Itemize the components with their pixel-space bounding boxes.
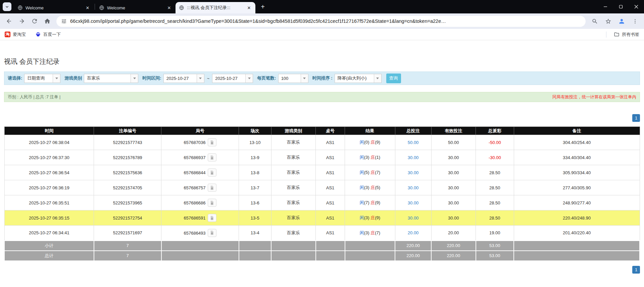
sort-label: 时间排序 : [312, 75, 333, 81]
cell-session: 13-7 [239, 180, 271, 195]
bookmark-label: 爱淘宝 [13, 32, 26, 38]
cell-payout: 28.50 [476, 210, 514, 226]
video-file-icon [209, 155, 214, 160]
cell-remark: 220.40/248.90 [514, 210, 640, 226]
video-replay-button[interactable] [208, 153, 216, 161]
profile-avatar-icon[interactable] [616, 15, 627, 27]
bookmark-baidu[interactable]: 百度一下 [35, 32, 61, 38]
cell-valid-bet: 30.00 [431, 210, 476, 226]
query-type-select[interactable]: 日期查询 [24, 74, 60, 83]
summary-payout: 53.00 [476, 251, 514, 261]
cell-result: 闲(3) 庄(7) [345, 226, 395, 241]
cell-payout: 28.50 [476, 180, 514, 195]
new-tab-button[interactable]: + [258, 2, 267, 11]
cell-bet-id: 522921574705 [94, 180, 161, 195]
header-valid-bet: 有效投注 [431, 127, 476, 135]
summary-label: 小计 [4, 241, 94, 251]
cell-total-bet[interactable]: 20.00 [395, 226, 431, 241]
cell-table-no: AS1 [316, 135, 345, 150]
bookmark-aitaobao[interactable]: 淘 爱淘宝 [5, 32, 26, 38]
bet-records-table: 时间 注单编号 局号 场次 游戏类别 桌号 结果 总投注 有效投注 总派彩 备注… [4, 127, 640, 261]
forward-button[interactable] [16, 15, 28, 27]
close-icon[interactable]: ✕ [166, 5, 172, 11]
tab-title: :::视讯 会员下注纪录::: [187, 5, 246, 11]
home-button[interactable] [42, 15, 53, 27]
table-row[interactable]: 2025-10-27 06:38:04522921577743657687036… [4, 135, 640, 150]
summary-right-note: 同局有效投注，统一计算在该局第一张注单内 [552, 94, 636, 100]
game-type-label: 游戏类别 [64, 75, 82, 81]
browser-tab-1[interactable]: Welcome ✕ [14, 2, 94, 13]
video-replay-button[interactable] [208, 169, 216, 177]
cell-round: 657686937 [161, 150, 239, 165]
video-replay-button[interactable] [208, 138, 216, 146]
video-replay-button[interactable] [208, 214, 216, 222]
cell-round: 657686493 [161, 226, 239, 241]
header-bet-id: 注单编号 [94, 127, 161, 135]
cell-valid-bet: 30.00 [431, 150, 476, 165]
header-session: 场次 [239, 127, 271, 135]
maximize-button[interactable] [613, 0, 629, 13]
video-replay-button[interactable] [208, 184, 216, 192]
video-replay-button[interactable] [208, 199, 216, 207]
table-summary-row: 总计7220.00220.0053.00 [4, 251, 640, 261]
table-row[interactable]: 2025-10-27 06:35:15522921572754657686591… [4, 210, 640, 226]
cell-session: 13-6 [239, 195, 271, 210]
reload-button[interactable] [29, 15, 40, 27]
menu-dots-icon[interactable] [629, 15, 641, 27]
sort-select[interactable]: 降幂(由大到小) [335, 74, 382, 83]
cell-session: 13-8 [239, 165, 271, 180]
table-row[interactable]: 2025-10-27 06:34:41522921571697657686493… [4, 226, 640, 241]
tab-search-chevron-button[interactable] [3, 2, 11, 11]
browser-toolbar: 66cxkj98.com/ipl/portal.php/game/betreco… [0, 13, 644, 29]
browser-tab-2[interactable]: Welcome ✕ [96, 2, 176, 13]
summary-payout: 53.00 [476, 241, 514, 251]
table-row[interactable]: 2025-10-27 06:36:54522921575636657686844… [4, 165, 640, 180]
cell-time: 2025-10-27 06:36:19 [4, 180, 94, 195]
cell-total-bet[interactable]: 30.00 [395, 195, 431, 210]
date-from-select[interactable]: 2025-10-27 [163, 74, 204, 83]
site-info-icon[interactable] [61, 18, 67, 24]
cell-total-bet[interactable]: 30.00 [395, 180, 431, 195]
tab-title: Welcome [107, 5, 166, 10]
cell-time: 2025-10-27 06:35:51 [4, 195, 94, 210]
bookmark-star-icon[interactable] [602, 15, 614, 27]
close-icon[interactable]: ✕ [246, 5, 252, 11]
table-footer: 小计7220.00220.0053.00总计7220.00220.0053.00 [4, 241, 640, 261]
page-title: 视讯 会员下注纪录 [4, 57, 640, 66]
all-bookmarks-button[interactable]: 所有书签 [614, 32, 639, 38]
window-controls [598, 0, 644, 13]
cell-game-type: 百家乐 [271, 150, 316, 165]
cell-total-bet[interactable]: 30.00 [395, 165, 431, 180]
cell-total-bet[interactable]: 30.00 [395, 210, 431, 226]
cell-table-no: AS1 [316, 195, 345, 210]
close-icon[interactable]: ✕ [85, 5, 91, 11]
game-type-select[interactable]: 百家乐 [84, 74, 138, 83]
video-replay-button[interactable] [208, 229, 216, 237]
cell-bet-id: 522921572754 [94, 210, 161, 226]
back-button[interactable] [3, 15, 15, 27]
cell-total-bet[interactable]: 50.00 [395, 135, 431, 150]
cell-game-type: 百家乐 [271, 135, 316, 150]
page-size-select[interactable]: 100 [278, 74, 308, 83]
pagination-page-1-top[interactable]: 1 [632, 114, 640, 122]
browser-tab-active[interactable]: :::视讯 会员下注纪录::: ✕ [176, 2, 255, 13]
close-button[interactable] [629, 0, 644, 13]
cell-total-bet[interactable]: 30.00 [395, 150, 431, 165]
minimize-button[interactable] [598, 0, 613, 13]
cell-payout: 28.50 [476, 195, 514, 210]
pagination-page-1-bottom[interactable]: 1 [632, 266, 640, 274]
address-bar[interactable]: 66cxkj98.com/ipl/portal.php/game/betreco… [56, 16, 586, 27]
date-to-select[interactable]: 2025-10-27 [212, 74, 253, 83]
zoom-icon[interactable] [589, 15, 600, 27]
cell-valid-bet: 30.00 [431, 195, 476, 210]
select-value: 2025-10-27 [164, 76, 197, 81]
table-row[interactable]: 2025-10-27 06:35:51522921573965657686686… [4, 195, 640, 210]
cell-valid-bet: 20.00 [431, 226, 476, 241]
select-value: 2025-10-27 [212, 76, 245, 81]
table-row[interactable]: 2025-10-27 06:36:19522921574705657686757… [4, 180, 640, 195]
search-button[interactable]: 查询 [386, 74, 401, 83]
header-remark: 备注 [514, 127, 640, 135]
cell-bet-id: 522921576789 [94, 150, 161, 165]
cell-result: 闲(0) 庄(9) [345, 135, 395, 150]
table-row[interactable]: 2025-10-27 06:37:30522921576789657686937… [4, 150, 640, 165]
